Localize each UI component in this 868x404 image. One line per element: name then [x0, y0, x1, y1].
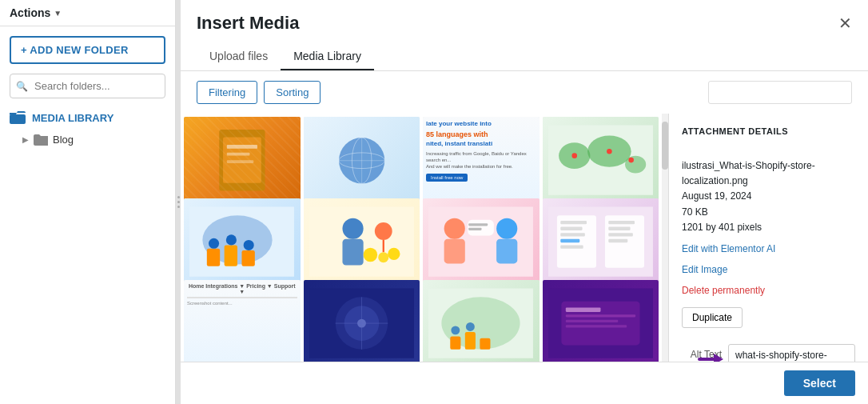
tab-upload[interactable]: Upload files — [197, 43, 281, 70]
attachment-date: August 19, 2024 — [682, 189, 855, 204]
svg-point-64 — [452, 326, 460, 335]
svg-rect-46 — [560, 234, 585, 237]
modal-header: Insert Media ✕ Upload files Media Librar… — [181, 0, 868, 71]
folder-icon — [34, 134, 48, 146]
folder-item-blog[interactable]: ▶ Blog — [10, 130, 165, 149]
svg-point-36 — [496, 218, 517, 239]
resize-dot — [177, 201, 180, 203]
media-thumbnail: late your website into 85 languages with… — [423, 117, 540, 204]
media-item[interactable] — [423, 198, 540, 286]
svg-point-14 — [625, 156, 646, 174]
media-item[interactable] — [543, 280, 659, 362]
svg-point-27 — [342, 218, 363, 239]
edit-elementor-ai-link[interactable]: Edit with Elementor AI — [682, 243, 855, 254]
content-area: late your website into 85 languages with… — [181, 114, 868, 362]
delete-permanently-link[interactable]: Delete permanently — [682, 285, 855, 296]
media-grid: late your website into 85 languages with… — [181, 114, 668, 362]
sorting-button[interactable]: Sorting — [264, 81, 321, 104]
actions-label: Actions — [10, 6, 50, 19]
svg-point-15 — [607, 149, 612, 154]
media-item[interactable] — [543, 117, 659, 204]
svg-rect-45 — [560, 227, 582, 230]
modal-tabs: Upload files Media Library — [197, 43, 852, 70]
toolbar: Filtering Sorting — [181, 71, 868, 114]
media-item[interactable] — [304, 117, 420, 204]
alt-text-input[interactable]: what-is-shopify-store-localization — [728, 344, 855, 362]
search-box: 🔍 — [10, 74, 165, 98]
media-library-label: MEDIA LIBRARY — [32, 112, 113, 124]
media-grid-wrap: late your website into 85 languages with… — [181, 114, 668, 362]
svg-point-29 — [375, 223, 392, 241]
svg-rect-0 — [10, 114, 26, 124]
duplicate-button[interactable]: Duplicate — [682, 307, 743, 328]
modal-title-row: Insert Media ✕ — [197, 13, 852, 34]
svg-rect-51 — [608, 234, 633, 237]
sidebar: Actions ▼ + ADD NEW FOLDER 🔍 MEDIA LIBRA… — [0, 0, 176, 404]
attachment-details-title: ATTACHMENT DETAILS — [682, 126, 855, 136]
svg-point-16 — [571, 154, 577, 159]
attachment-panel: ATTACHMENT DETAILS ilustrasi_What-is-Sho… — [668, 114, 868, 362]
media-thumbnail — [304, 198, 420, 286]
media-thumbnail: Home Integrations ▼ Pricing ▼ Support ▼ … — [184, 280, 301, 362]
resize-dot — [177, 206, 180, 208]
media-item[interactable] — [304, 280, 420, 362]
scrollbar-thumb[interactable] — [662, 122, 668, 170]
svg-point-23 — [209, 238, 219, 249]
svg-rect-52 — [608, 239, 627, 242]
media-item[interactable]: Home Integrations ▼ Pricing ▼ Support ▼ … — [184, 280, 301, 362]
svg-rect-4 — [227, 153, 250, 156]
svg-point-30 — [363, 248, 376, 262]
modal-title: Insert Media — [197, 13, 299, 34]
modal-footer: Select — [181, 362, 868, 404]
resize-dot — [177, 196, 180, 198]
svg-rect-28 — [342, 239, 363, 266]
close-button[interactable]: ✕ — [838, 15, 852, 31]
svg-point-17 — [628, 158, 634, 163]
scrollbar-track[interactable] — [662, 114, 668, 362]
svg-point-24 — [226, 235, 237, 246]
media-item[interactable] — [184, 117, 301, 204]
media-item[interactable] — [543, 198, 659, 286]
svg-rect-22 — [242, 250, 255, 266]
edit-image-link[interactable]: Edit Image — [682, 264, 855, 275]
alt-text-input-wrap: what-is-shopify-store-localization — [728, 344, 855, 362]
attachment-filename: ilustrasi_What-is-Shopify-store-localiza… — [682, 158, 855, 189]
media-item[interactable] — [423, 280, 540, 362]
media-thumbnail — [543, 117, 659, 204]
svg-point-25 — [244, 240, 254, 250]
attachment-meta: ilustrasi_What-is-Shopify-store-localiza… — [682, 158, 855, 235]
svg-rect-5 — [227, 161, 253, 164]
search-folders-input[interactable] — [10, 74, 165, 98]
media-thumbnail — [184, 117, 301, 204]
media-item[interactable] — [184, 198, 301, 286]
svg-rect-38 — [468, 220, 494, 236]
select-button[interactable]: Select — [784, 370, 855, 396]
media-item[interactable] — [304, 198, 420, 286]
svg-rect-37 — [496, 239, 517, 264]
svg-rect-20 — [207, 249, 220, 266]
alt-text-row: Alt Text what-is-shopify-store-localizat… — [682, 344, 855, 362]
svg-rect-63 — [480, 338, 491, 350]
svg-rect-50 — [608, 227, 630, 230]
media-library-icon — [10, 111, 26, 124]
media-thumbnail — [543, 280, 659, 362]
media-library-header: MEDIA LIBRARY — [10, 111, 165, 124]
svg-rect-48 — [560, 246, 583, 249]
svg-rect-71 — [566, 326, 627, 328]
media-thumbnail — [304, 117, 420, 204]
media-item[interactable]: late your website into 85 languages with… — [423, 117, 540, 204]
media-thumbnail — [184, 198, 301, 286]
svg-rect-39 — [468, 224, 488, 226]
media-thumbnail — [304, 280, 420, 362]
tab-media-library[interactable]: Media Library — [281, 43, 374, 70]
svg-rect-2 — [223, 138, 261, 183]
filtering-button[interactable]: Filtering — [197, 81, 257, 104]
media-search-input[interactable] — [708, 81, 852, 104]
media-thumbnail — [423, 280, 540, 362]
svg-rect-3 — [227, 145, 257, 149]
actions-bar: Actions ▼ — [0, 0, 175, 26]
svg-marker-77 — [714, 354, 723, 362]
svg-rect-70 — [566, 320, 618, 322]
add-folder-button[interactable]: + ADD NEW FOLDER — [10, 36, 165, 64]
svg-point-31 — [378, 253, 388, 263]
